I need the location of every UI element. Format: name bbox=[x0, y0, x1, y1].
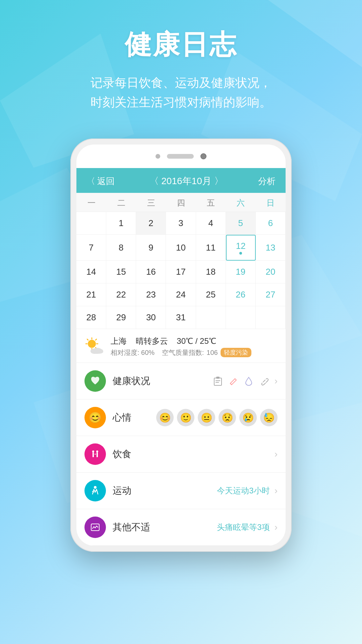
exercise-right: 今天运动3小时 › bbox=[217, 485, 278, 496]
link-icon[interactable] bbox=[258, 375, 270, 387]
weather-main: 上海 晴转多云 30℃ / 25℃ bbox=[111, 336, 278, 346]
discomfort-row[interactable]: 其他不适 头痛眩晕等3项 › bbox=[76, 509, 286, 546]
svg-line-14 bbox=[96, 339, 97, 340]
discomfort-icon bbox=[84, 517, 106, 538]
weather-icon bbox=[84, 336, 105, 357]
svg-rect-26 bbox=[97, 452, 98, 457]
cal-cell-empty2 bbox=[196, 306, 226, 329]
cal-cell-4[interactable]: 4 bbox=[196, 212, 226, 235]
diet-icon bbox=[84, 443, 106, 465]
weather-humidity: 相对湿度: 60% bbox=[111, 348, 155, 357]
cal-cell-22[interactable]: 22 bbox=[106, 283, 136, 306]
phone-button bbox=[156, 154, 160, 159]
back-button[interactable]: 〈 返回 bbox=[86, 175, 115, 187]
health-row[interactable]: 健康状况 bbox=[76, 363, 286, 399]
cal-cell-empty bbox=[76, 212, 106, 235]
weather-condition: 晴转多云 bbox=[136, 336, 168, 345]
weekday-fri: 五 bbox=[196, 193, 226, 212]
cal-cell-19[interactable]: 19 bbox=[226, 261, 256, 283]
cal-cell-14[interactable]: 14 bbox=[76, 261, 106, 283]
cal-cell-27[interactable]: 27 bbox=[256, 283, 286, 306]
mood-row[interactable]: 😊 心情 😊 🙂 😐 😟 😢 😓 bbox=[76, 399, 286, 436]
cal-cell-7[interactable]: 7 bbox=[76, 235, 106, 261]
cal-cell-18[interactable]: 18 bbox=[196, 261, 226, 283]
weather-info: 上海 晴转多云 30℃ / 25℃ 相对湿度: 60% 空气质量指数: 106 … bbox=[111, 336, 278, 357]
exercise-value: 今天运动3小时 bbox=[217, 485, 269, 496]
weather-air-label: 空气质量指数: bbox=[162, 348, 204, 357]
svg-rect-20 bbox=[216, 377, 220, 379]
discomfort-label: 其他不适 bbox=[113, 521, 210, 534]
mood-smile[interactable]: 🙂 bbox=[177, 409, 194, 426]
health-action-icons bbox=[212, 375, 270, 387]
mood-neutral[interactable]: 😐 bbox=[198, 409, 215, 426]
analysis-button[interactable]: 分析 bbox=[258, 175, 276, 187]
cal-cell-25[interactable]: 25 bbox=[196, 283, 226, 306]
cal-cell-20[interactable]: 20 bbox=[256, 261, 286, 283]
cal-cell-15[interactable]: 15 bbox=[106, 261, 136, 283]
svg-point-7 bbox=[88, 340, 96, 348]
cal-cell-5[interactable]: 5 bbox=[226, 212, 256, 235]
cal-cell-30[interactable]: 30 bbox=[136, 306, 166, 329]
today-dot bbox=[239, 252, 242, 255]
cal-cell-10[interactable]: 10 bbox=[166, 235, 196, 261]
clipboard-icon[interactable] bbox=[212, 375, 224, 387]
health-icon bbox=[84, 370, 106, 392]
health-label: 健康状况 bbox=[113, 375, 205, 387]
weekday-mon: 一 bbox=[76, 193, 106, 212]
cal-cell-3[interactable]: 3 bbox=[166, 212, 196, 235]
cal-cell-12-today[interactable]: 12 bbox=[226, 235, 256, 261]
cal-cell-31[interactable]: 31 bbox=[166, 306, 196, 329]
phone-notch bbox=[76, 145, 286, 168]
health-actions: › bbox=[212, 375, 278, 387]
cal-cell-28[interactable]: 28 bbox=[76, 306, 106, 329]
svg-point-18 bbox=[91, 350, 103, 354]
diet-row[interactable]: 饮食 › bbox=[76, 436, 286, 473]
prev-month-icon[interactable]: 〈 bbox=[149, 176, 159, 186]
cal-cell-empty3 bbox=[226, 306, 256, 329]
cal-cell-16[interactable]: 16 bbox=[136, 261, 166, 283]
weekday-sun: 日 bbox=[256, 193, 286, 212]
svg-point-28 bbox=[94, 486, 97, 489]
cal-cell-6[interactable]: 6 bbox=[256, 212, 286, 235]
weather-detail: 相对湿度: 60% 空气质量指数: 106 轻度污染 bbox=[111, 348, 278, 357]
mood-cry[interactable]: 😢 bbox=[239, 409, 257, 426]
mood-tired[interactable]: 😓 bbox=[260, 409, 278, 426]
weekday-tue: 二 bbox=[106, 193, 136, 212]
svg-point-24 bbox=[96, 450, 98, 452]
phone-mockup: 〈 返回 〈 2016年10月 〉 分析 一 二 三 四 五 六 日 bbox=[0, 139, 362, 552]
svg-rect-19 bbox=[214, 378, 222, 385]
calendar-title[interactable]: 〈 2016年10月 〉 bbox=[149, 175, 224, 187]
calendar-grid[interactable]: 1 2 3 4 5 6 7 8 9 10 11 12 13 14 15 bbox=[76, 212, 286, 329]
pencil-icon[interactable] bbox=[228, 375, 239, 387]
header-area: 健康日志 记录每日饮食、运动及健康状况， 时刻关注生活习惯对病情的影响。 bbox=[0, 0, 362, 132]
cal-cell-21[interactable]: 21 bbox=[76, 283, 106, 306]
exercise-chevron-icon: › bbox=[275, 485, 278, 496]
cal-cell-13[interactable]: 13 bbox=[256, 235, 286, 261]
back-chevron-icon: 〈 bbox=[86, 175, 95, 187]
next-month-icon[interactable]: 〉 bbox=[214, 176, 224, 186]
weather-temp: 30℃ / 25℃ bbox=[177, 336, 216, 345]
cal-cell-17[interactable]: 17 bbox=[166, 261, 196, 283]
discomfort-right: 头痛眩晕等3项 › bbox=[217, 522, 278, 533]
exercise-row[interactable]: 运动 今天运动3小时 › bbox=[76, 473, 286, 509]
app-header: 〈 返回 〈 2016年10月 〉 分析 bbox=[76, 168, 286, 193]
cal-cell-9[interactable]: 9 bbox=[136, 235, 166, 261]
cal-cell-24[interactable]: 24 bbox=[166, 283, 196, 306]
page-title: 健康日志 bbox=[0, 27, 362, 63]
cal-cell-8[interactable]: 8 bbox=[106, 235, 136, 261]
cal-cell-26[interactable]: 26 bbox=[226, 283, 256, 306]
cal-cell-23[interactable]: 23 bbox=[136, 283, 166, 306]
cal-cell-1[interactable]: 1 bbox=[106, 212, 136, 235]
mood-sad[interactable]: 😟 bbox=[219, 409, 236, 426]
calendar-weekdays: 一 二 三 四 五 六 日 bbox=[76, 193, 286, 212]
diet-label: 饮食 bbox=[113, 448, 268, 461]
weather-row: 上海 晴转多云 30℃ / 25℃ 相对湿度: 60% 空气质量指数: 106 … bbox=[76, 329, 286, 363]
cal-cell-11[interactable]: 11 bbox=[196, 235, 226, 261]
cal-cell-2[interactable]: 2 bbox=[136, 212, 166, 235]
phone-speaker bbox=[167, 154, 194, 159]
water-drop-icon[interactable] bbox=[243, 375, 254, 387]
exercise-icon bbox=[84, 480, 106, 501]
weekday-thu: 四 bbox=[166, 193, 196, 212]
mood-happy[interactable]: 😊 bbox=[156, 409, 174, 426]
cal-cell-29[interactable]: 29 bbox=[106, 306, 136, 329]
